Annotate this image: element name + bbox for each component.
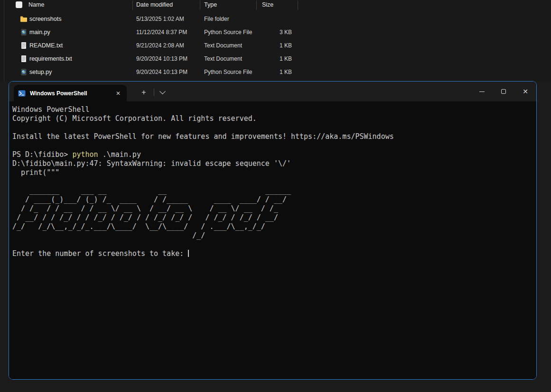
maximize-button[interactable] xyxy=(493,82,514,101)
terminal-update-notice: Install the latest PowerShell for new fe… xyxy=(12,132,536,141)
minimize-icon xyxy=(479,91,485,92)
file-name: main.py xyxy=(29,29,50,36)
chevron-down-icon xyxy=(159,88,166,94)
tabbar-divider xyxy=(154,89,154,96)
terminal-line: Copyright (C) Microsoft Corporation. All… xyxy=(12,114,536,123)
file-name: requirements.txt xyxy=(29,55,72,62)
tab-close-icon[interactable]: ✕ xyxy=(112,88,124,99)
terminal-blank-line xyxy=(12,123,536,132)
select-all-checkbox[interactable] xyxy=(16,1,22,8)
column-header-size[interactable]: Size xyxy=(262,1,273,8)
column-header-type[interactable]: Type xyxy=(204,1,217,8)
file-type: Python Source File xyxy=(204,69,252,75)
file-name: screenshots xyxy=(29,16,61,22)
ascii-art-line: / ____(_)___/ (_) /_ ____ / /_____ ____ … xyxy=(12,195,536,204)
tab-title: Windows PowerShell xyxy=(30,90,112,97)
file-size: 3 KB xyxy=(256,29,292,36)
file-row-readme-txt[interactable]: README.txt 9/21/2024 2:08 AM Text Docume… xyxy=(0,39,551,52)
column-divider[interactable] xyxy=(298,0,298,10)
new-tab-button[interactable]: + xyxy=(137,86,151,99)
terminal-window: Windows PowerShell ✕ + ✕ Windows PowerSh… xyxy=(9,81,537,380)
file-size: 1 KB xyxy=(256,69,292,75)
python-file-icon xyxy=(20,28,28,36)
maximize-icon xyxy=(501,89,506,94)
explorer-column-header: Name Date modified Type Size xyxy=(0,0,551,11)
column-header-date-modified[interactable]: Date modified xyxy=(136,1,173,8)
ascii-art-line: /_/ /_/\__,_/_/_.___/\____/ \__/\____/ /… xyxy=(12,222,536,231)
command-token: python xyxy=(72,150,98,159)
print-source-line: print(""" xyxy=(12,168,536,177)
file-type: Python Source File xyxy=(204,29,252,36)
file-list: screenshots 5/13/2025 1:02 AM File folde… xyxy=(0,12,551,79)
file-date-modified: 9/20/2024 10:13 PM xyxy=(136,69,187,75)
ascii-art-line: /_/ xyxy=(12,231,536,240)
terminal-blank-line xyxy=(12,141,536,150)
terminal-blank-line xyxy=(12,177,536,186)
shell-prompt: PS D:\fidibo> xyxy=(12,150,72,159)
text-file-icon xyxy=(20,55,28,63)
file-row-requirements-txt[interactable]: requirements.txt 9/20/2024 10:13 PM Text… xyxy=(0,52,551,65)
terminal-titlebar[interactable]: Windows PowerShell ✕ + ✕ xyxy=(9,82,536,101)
column-divider[interactable] xyxy=(200,0,200,10)
close-button[interactable]: ✕ xyxy=(514,82,536,101)
ascii-art-line: / /_ / / __ / / __ \/ __ \ / __/ __ \ / … xyxy=(12,204,536,213)
tab-windows-powershell[interactable]: Windows PowerShell ✕ xyxy=(14,85,127,101)
input-prompt-text: Enter the number of screenshots to take: xyxy=(12,249,188,258)
input-prompt-line[interactable]: Enter the number of screenshots to take: xyxy=(12,249,536,258)
file-row-screenshots[interactable]: screenshots 5/13/2025 1:02 AM File folde… xyxy=(0,12,551,26)
terminal-line: Windows PowerShell xyxy=(12,105,536,114)
file-date-modified: 5/13/2025 1:02 AM xyxy=(136,16,184,22)
file-date-modified: 9/20/2024 10:13 PM xyxy=(136,55,187,62)
column-divider[interactable] xyxy=(256,0,257,10)
text-cursor xyxy=(188,250,189,257)
column-header-name[interactable]: Name xyxy=(28,1,44,8)
file-name: setup.py xyxy=(29,69,52,75)
file-type: Text Document xyxy=(204,42,242,49)
file-type: Text Document xyxy=(204,55,242,62)
ascii-art-line: / __/ / / /_/ / / /_/ / /_/ / / /_/ /_/ … xyxy=(12,213,536,222)
command-argument: .\main.py xyxy=(98,150,141,159)
syntax-warning-line: D:\fidibo\main.py:47: SyntaxWarning: inv… xyxy=(12,159,536,168)
folder-icon xyxy=(20,15,28,23)
terminal-output: Windows PowerShellCopyright (C) Microsof… xyxy=(12,105,536,258)
python-file-icon xyxy=(20,68,28,76)
terminal-blank-line xyxy=(12,240,536,249)
column-divider[interactable] xyxy=(132,0,133,10)
close-icon: ✕ xyxy=(523,88,528,95)
window-controls: ✕ xyxy=(471,82,536,101)
file-date-modified: 9/21/2024 2:08 AM xyxy=(136,42,184,49)
text-file-icon xyxy=(20,42,28,49)
file-type: File folder xyxy=(204,16,229,22)
tab-dropdown-button[interactable] xyxy=(156,86,169,99)
terminal-command-line: PS D:\fidibo> python .\main.py xyxy=(12,150,536,159)
file-row-main-py[interactable]: main.py 11/12/2024 8:37 PM Python Source… xyxy=(0,26,551,39)
ascii-art-line: _______ ___ __ __ ______ xyxy=(12,186,536,195)
file-size: 1 KB xyxy=(256,42,292,49)
file-name: README.txt xyxy=(29,42,63,49)
terminal-viewport[interactable]: Windows PowerShellCopyright (C) Microsof… xyxy=(9,101,536,379)
minimize-button[interactable] xyxy=(471,82,493,101)
file-row-setup-py[interactable]: setup.py 9/20/2024 10:13 PM Python Sourc… xyxy=(0,65,551,79)
file-date-modified: 11/12/2024 8:37 PM xyxy=(136,29,187,36)
powershell-icon xyxy=(18,90,26,97)
file-explorer-panel: Name Date modified Type Size screenshots… xyxy=(0,0,551,81)
file-size: 1 KB xyxy=(256,55,292,62)
